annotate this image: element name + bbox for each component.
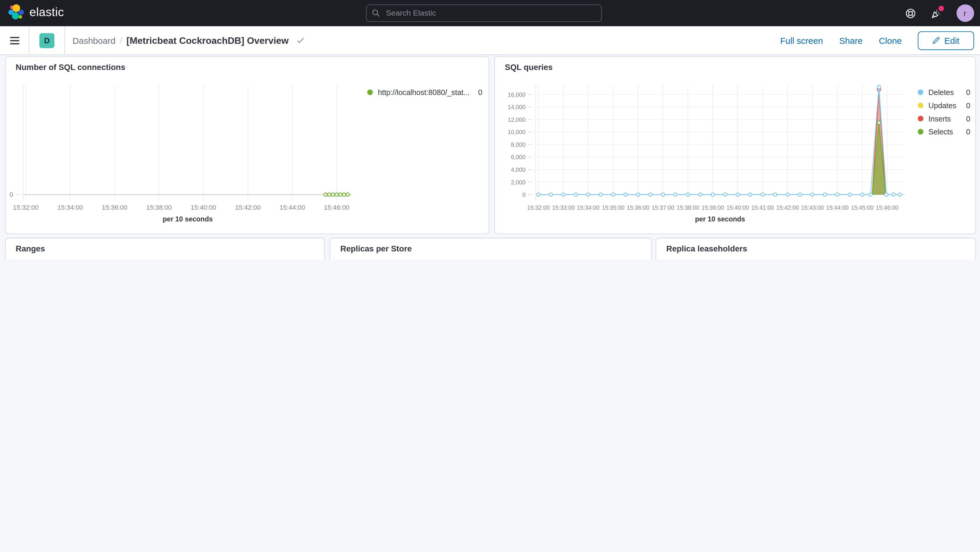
search-icon [372,9,380,17]
chart-canvas: 15:32:0015:35:0015:38:0015:41:0015:44:00… [656,239,975,260]
toolbar-actions: Full screen Share Clone Edit [780,31,980,50]
svg-text:16,000: 16,000 [508,91,525,98]
svg-text:15:33:00: 15:33:00 [552,204,574,211]
svg-text:15:46:00: 15:46:00 [324,204,350,211]
legend-item[interactable]: Deletes0 [918,86,970,99]
svg-text:14,000: 14,000 [508,104,525,110]
elastic-logo-icon [8,4,25,21]
svg-text:15:35:00: 15:35:00 [602,204,625,211]
legend-label: Deletes [929,88,963,97]
ranges-chart: 15:32:0015:34:0015:36:0015:38:0015:40:00… [6,239,324,260]
chart-legend: Deletes0Updates0Inserts0Selects0 [918,86,970,138]
legend-item[interactable]: Inserts0 [918,112,970,125]
panel-sql-connections: Number of SQL connections 15:32:0015:34:… [5,56,489,234]
svg-text:15:36:00: 15:36:00 [627,204,649,211]
newsfeed-button[interactable] [931,8,941,19]
svg-text:15:44:00: 15:44:00 [826,204,849,211]
legend-label: Inserts [929,114,963,123]
svg-text:15:34:00: 15:34:00 [577,204,600,211]
svg-text:15:32:00: 15:32:00 [527,204,550,211]
svg-text:15:40:00: 15:40:00 [191,204,216,211]
replicas-per-store-chart: 15:32:0015:35:0015:38:0015:41:0015:44:00… [330,239,651,260]
legend-label: Updates [929,101,963,110]
legend-item[interactable]: Updates0 [918,99,970,112]
svg-text:per 10 seconds: per 10 seconds [695,215,745,223]
panel-replicas-per-store: Replicas per Store 15:32:0015:35:0015:38… [329,238,652,260]
share-button[interactable]: Share [839,35,862,45]
legend-dot-icon [918,129,923,134]
pencil-icon [932,36,940,45]
svg-text:per 10 seconds: per 10 seconds [162,215,213,223]
svg-text:15:40:00: 15:40:00 [727,204,749,211]
full-screen-button[interactable]: Full screen [780,35,823,45]
panel-sql-queries: SQL queries 15:32:0015:33:0015:34:0015:3… [494,56,976,234]
legend-item[interactable]: Selects0 [918,125,970,138]
svg-text:15:37:00: 15:37:00 [652,204,674,211]
svg-text:15:43:00: 15:43:00 [801,204,824,211]
avatar-initial: r [964,8,966,18]
chart-canvas: 15:32:0015:33:0015:34:0015:35:0015:36:00… [495,57,975,234]
legend-value: 0 [966,101,970,110]
panel-replica-leaseholders: Replica leaseholders 15:32:0015:35:0015:… [656,238,976,260]
sql-queries-chart: 15:32:0015:33:0015:34:0015:35:0015:36:00… [495,57,975,234]
legend-value: 0 [966,114,970,123]
svg-text:15:34:00: 15:34:00 [57,204,83,211]
badge-letter: D [44,36,50,45]
svg-text:0: 0 [522,191,525,198]
svg-text:15:46:00: 15:46:00 [876,204,899,211]
svg-text:6,000: 6,000 [511,154,525,160]
divider [64,26,65,54]
chart-canvas: 15:32:0015:34:0015:36:0015:38:0015:40:00… [6,239,324,260]
legend-value: 0 [478,88,482,97]
notification-dot [938,5,943,11]
breadcrumb: Dashboard / [Metricbeat CockroachDB] Ove… [73,35,305,46]
svg-text:15:42:00: 15:42:00 [235,204,261,211]
chart-canvas: 15:32:0015:35:0015:38:0015:41:0015:44:00… [330,239,651,260]
legend-dot-icon [918,116,923,121]
search-input[interactable] [385,8,596,18]
svg-text:4,000: 4,000 [511,167,525,173]
panel-ranges: Ranges 15:32:0015:34:0015:36:0015:38:001… [5,238,325,260]
clone-button[interactable]: Clone [879,35,902,45]
svg-text:0: 0 [10,191,13,198]
header-actions: r [905,0,974,26]
app-root: elastic [0,0,980,259]
dashboard-badge[interactable]: D [40,33,54,48]
user-avatar[interactable]: r [956,5,974,22]
svg-text:12,000: 12,000 [508,116,525,123]
replica-leaseholders-chart: 15:32:0015:35:0015:38:0015:41:0015:44:00… [656,239,975,260]
edit-button-label: Edit [944,35,959,45]
brand-name: elastic [29,6,64,19]
elastic-logo[interactable]: elastic [8,4,64,21]
svg-text:15:38:00: 15:38:00 [676,204,699,211]
svg-text:15:36:00: 15:36:00 [102,204,127,211]
svg-text:10,000: 10,000 [508,129,525,135]
dashboard-toolbar: D Dashboard / [Metricbeat CockroachDB] O… [0,26,980,55]
svg-text:8,000: 8,000 [511,142,525,148]
global-header: elastic [0,0,980,26]
svg-text:15:38:00: 15:38:00 [146,204,172,211]
svg-text:2,000: 2,000 [511,179,525,186]
legend-value: 0 [966,88,970,97]
chart-canvas: 15:32:0015:34:0015:36:0015:38:0015:40:00… [6,57,489,234]
legend-dot-icon [918,103,923,108]
svg-text:15:42:00: 15:42:00 [776,204,799,211]
search-box[interactable] [366,5,602,22]
legend-item[interactable]: http://localhost:8080/_stat...0 [367,86,482,99]
edit-button[interactable]: Edit [918,31,974,50]
menu-button[interactable] [0,26,29,54]
svg-text:15:44:00: 15:44:00 [279,204,305,211]
legend-dot-icon [367,89,373,95]
help-icon [905,8,916,19]
svg-text:15:41:00: 15:41:00 [751,204,774,211]
help-button[interactable] [905,8,916,19]
check-icon[interactable] [297,37,305,44]
svg-text:15:45:00: 15:45:00 [851,204,873,211]
page-title: [Metricbeat CockroachDB] Overview [126,35,289,46]
divider [29,26,29,54]
sql-connections-chart: 15:32:0015:34:0015:36:0015:38:0015:40:00… [6,57,489,234]
legend-label: Selects [929,127,963,136]
breadcrumb-dashboard[interactable]: Dashboard [73,35,116,45]
legend-dot-icon [918,89,923,95]
breadcrumb-separator: / [120,36,122,45]
